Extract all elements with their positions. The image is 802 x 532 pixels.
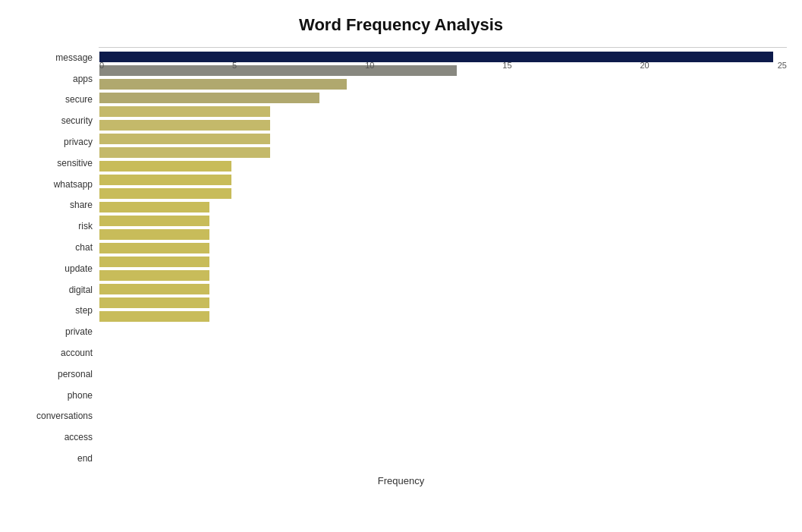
bars-container <box>99 47 787 53</box>
y-label-phone: phone <box>68 391 93 400</box>
y-label-security: security <box>61 116 93 125</box>
bar-private <box>99 229 209 240</box>
y-label-conversations: conversations <box>36 411 93 420</box>
chart-container: Word Frequency Analysis messageappssecur… <box>0 0 802 532</box>
bar-access <box>99 297 209 308</box>
y-label-step: step <box>75 306 93 315</box>
bar-chat <box>99 175 231 185</box>
y-label-sensitive: sensitive <box>57 159 93 168</box>
bar-row-private <box>99 228 787 241</box>
bar-row-account <box>99 241 787 255</box>
bar-secure <box>99 79 347 90</box>
y-label-update: update <box>64 264 93 273</box>
y-label-message: message <box>55 53 93 62</box>
y-label-private: private <box>65 327 93 336</box>
bar-row-risk <box>99 159 787 173</box>
bar-digital <box>99 202 209 212</box>
x-tick-10: 10 <box>365 61 374 70</box>
bar-end <box>99 311 209 322</box>
y-label-personal: personal <box>58 370 93 379</box>
bar-row-step <box>99 214 787 228</box>
bar-sensitive <box>99 120 270 131</box>
y-label-digital: digital <box>69 285 93 294</box>
x-tick-5: 5 <box>232 61 237 70</box>
y-label-whatsapp: whatsapp <box>54 180 93 189</box>
bar-row-personal <box>99 255 787 269</box>
bar-row-end <box>99 310 787 323</box>
bar-row-share <box>99 146 787 159</box>
bar-row-whatsapp <box>99 132 787 146</box>
bar-row-conversations <box>99 282 787 296</box>
y-label-access: access <box>64 433 93 442</box>
bar-row-security <box>99 91 787 105</box>
bar-row-privacy <box>99 105 787 118</box>
bar-update <box>99 188 231 199</box>
bar-row-chat <box>99 173 787 187</box>
bar-privacy <box>99 106 270 117</box>
bar-risk <box>99 161 231 172</box>
x-tick-20: 20 <box>640 61 649 70</box>
chart-area: messageappssecuresecurityprivacysensitiv… <box>15 47 787 469</box>
y-label-chat: chat <box>75 243 93 252</box>
y-label-privacy: privacy <box>64 137 93 146</box>
bar-row-phone <box>99 269 787 282</box>
x-tick-0: 0 <box>99 61 104 70</box>
y-labels: messageappssecuresecurityprivacysensitiv… <box>15 47 99 469</box>
bar-row-sensitive <box>99 118 787 132</box>
bars-and-grid: 0510152025 <box>99 47 787 48</box>
bar-row-update <box>99 187 787 200</box>
y-label-apps: apps <box>73 74 93 83</box>
x-tick-25: 25 <box>778 61 787 70</box>
bar-account <box>99 243 209 253</box>
bar-whatsapp <box>99 134 270 144</box>
bar-personal <box>99 257 209 267</box>
bar-phone <box>99 270 209 281</box>
bar-step <box>99 216 209 226</box>
y-label-secure: secure <box>65 95 93 104</box>
bar-row-access <box>99 296 787 310</box>
y-label-end: end <box>77 454 93 463</box>
bar-row-digital <box>99 200 787 214</box>
bar-row-secure <box>99 77 787 91</box>
x-tick-15: 15 <box>502 61 511 70</box>
x-axis-label: Frequency <box>378 475 424 486</box>
x-axis-ticks: 0510152025 <box>99 61 787 70</box>
bar-share <box>99 147 270 158</box>
bar-security <box>99 93 319 103</box>
y-label-account: account <box>61 348 93 357</box>
y-label-risk: risk <box>78 222 93 231</box>
bar-conversations <box>99 284 209 294</box>
y-label-share: share <box>70 200 93 209</box>
chart-title: Word Frequency Analysis <box>299 15 503 35</box>
